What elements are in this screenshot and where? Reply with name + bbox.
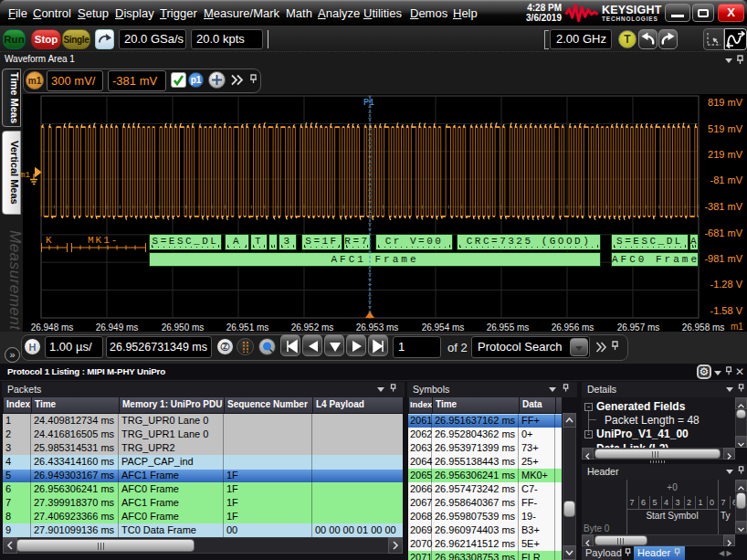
svg-text:MK1-: MK1- [88, 235, 119, 246]
svg-text:P1: P1 [363, 98, 374, 108]
svg-text:K: K [46, 235, 54, 246]
